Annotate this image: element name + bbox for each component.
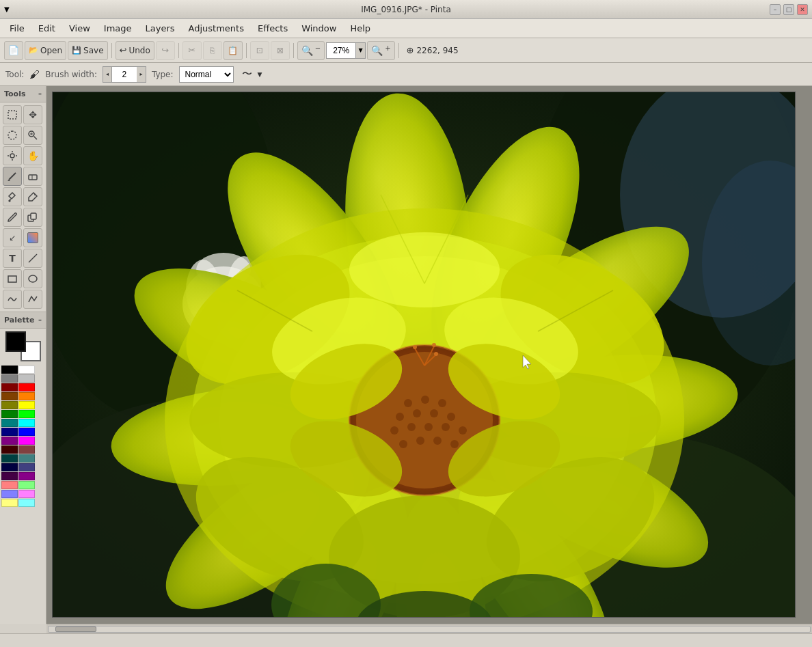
zoom-tool[interactable] [23,126,42,145]
color-rose[interactable] [18,445,35,454]
color-dark-navy[interactable] [1,463,18,471]
toolbar-separator-2 [178,43,179,58]
zoom-in-button[interactable]: 🔍 + [367,41,394,60]
save-button[interactable]: 💾 Save [68,41,107,60]
smudge-tool[interactable]: ↙ [3,228,22,247]
tools-collapse[interactable]: – [38,90,42,98]
color-navy[interactable] [1,428,18,436]
color-black[interactable] [1,366,18,374]
menu-layers[interactable]: Layers [139,20,182,36]
fg-color-swatch[interactable] [5,331,26,352]
color-steel[interactable] [18,454,35,463]
horizontal-scrollbar[interactable] [46,624,812,633]
color-dark-green[interactable] [1,410,18,418]
ellipse-shape-tool[interactable] [23,269,42,288]
color-light-blue[interactable] [1,490,18,498]
color-olive[interactable] [1,401,18,409]
color-dark-teal[interactable] [1,454,18,463]
brush-tool[interactable] [3,208,22,227]
color-gray[interactable] [1,374,18,383]
svg-line-2 [34,137,38,140]
color-magenta[interactable] [18,437,35,445]
zoom-input[interactable] [326,42,356,59]
cut-button[interactable]: ✂ [182,41,202,60]
text-tool[interactable]: T [3,249,22,268]
pencil-tool[interactable] [3,167,22,186]
menu-adjustments[interactable]: Adjustments [182,20,251,36]
color-red[interactable] [18,383,35,391]
color-dark-purple[interactable] [1,472,18,480]
color-purple[interactable] [1,437,18,445]
menu-effects[interactable]: Effects [251,20,295,36]
image-canvas[interactable] [52,92,796,618]
menu-image[interactable]: Image [97,20,139,36]
color-white[interactable] [18,366,35,374]
brush-width-input[interactable] [112,66,137,83]
scrollbar-thumb[interactable] [55,627,96,632]
rect-shape-tool[interactable] [3,269,22,288]
color-pink[interactable] [18,490,35,498]
brush-width-down[interactable]: ◂ [103,66,112,83]
brush-width-container: ◂ ▸ [103,66,146,83]
paste-button[interactable]: 📋 [224,41,243,60]
color-violet[interactable] [18,472,35,480]
color-light-green[interactable] [18,481,35,489]
magic-wand-tool[interactable] [3,146,22,165]
menu-file[interactable]: File [3,20,31,36]
color-swatch-tool[interactable] [23,228,42,247]
new-button[interactable]: 📄 [4,41,23,60]
maximize-button[interactable]: □ [783,4,794,15]
open-button[interactable]: 📂 Open [25,41,66,60]
color-light-yellow[interactable] [1,499,18,507]
clone-tool[interactable] [23,208,42,227]
redo-button[interactable]: ↪ [156,41,175,60]
selection-rect-tool[interactable] [3,105,22,124]
menu-view[interactable]: View [62,20,97,36]
lasso-tool[interactable] [3,126,22,145]
eraser-tool[interactable] [23,167,42,186]
menu-edit[interactable]: Edit [31,20,62,36]
minimize-button[interactable]: – [770,4,781,15]
color-yellow[interactable] [18,401,35,409]
line-tool[interactable] [23,249,42,268]
svg-point-76 [390,426,398,435]
color-slate[interactable] [18,463,35,471]
color-maroon[interactable] [1,383,18,391]
color-light-red[interactable] [1,481,18,489]
zoom-dropdown[interactable]: ▼ [356,42,366,59]
app-menu-icon[interactable]: ▼ [4,5,10,13]
color-brown[interactable] [1,392,18,400]
menu-help[interactable]: Help [343,20,377,36]
color-lime[interactable] [18,410,35,418]
color-orange[interactable] [18,392,35,400]
color-teal[interactable] [1,419,18,427]
svg-point-90 [434,352,438,356]
move-tool[interactable]: ✥ [23,105,42,124]
brush-width-up[interactable]: ▸ [137,66,146,83]
copy-button[interactable]: ⎘ [203,41,222,60]
color-blue[interactable] [18,428,35,436]
brush-tool-icon[interactable]: 🖌 [29,68,40,81]
flip-button[interactable]: ⊠ [271,41,290,60]
smooth-path-icon[interactable]: 〜 [242,68,252,81]
canvas-area[interactable] [46,86,812,624]
brush-type-select[interactable]: Normal Hard Ink Airbrush [179,66,234,83]
colorpicker-tool[interactable] [23,187,42,206]
palette-collapse[interactable]: – [38,316,42,324]
zoom-out-button[interactable]: 🔍 − [297,41,325,60]
paintbucket-tool[interactable] [3,187,22,206]
color-cyan[interactable] [18,419,35,427]
freeform-shape-tool[interactable] [3,290,22,309]
undo-button[interactable]: ↩ Undo [116,41,154,60]
close-button[interactable]: ✕ [797,4,808,15]
zoom-level-container[interactable]: ▼ [326,42,366,59]
color-silver[interactable] [18,374,35,383]
crop-button[interactable]: ⊡ [250,41,269,60]
scrollbar-track[interactable] [48,626,811,633]
color-dark-red[interactable] [1,445,18,454]
pan-tool[interactable]: ✋ [23,146,42,165]
smooth-path-arrow[interactable]: ▼ [258,71,262,78]
menu-window[interactable]: Window [295,20,343,36]
polyline-tool[interactable] [23,290,42,309]
color-light-cyan[interactable] [18,499,35,507]
